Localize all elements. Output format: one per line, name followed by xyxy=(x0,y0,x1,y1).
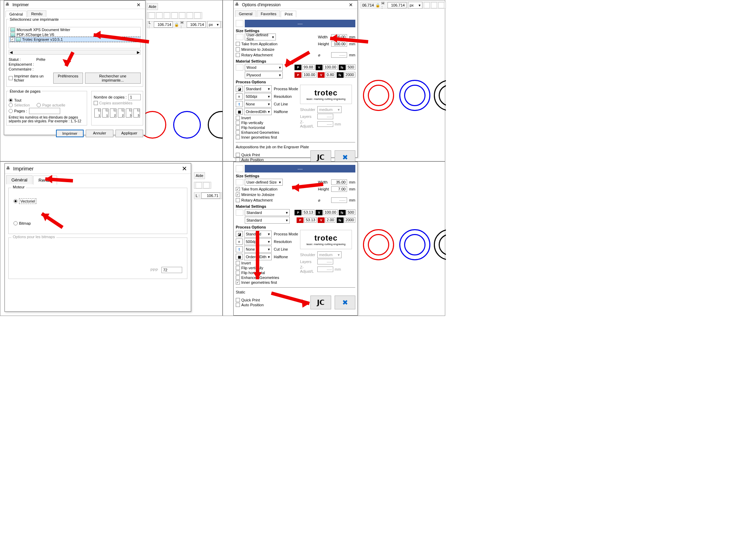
enhanced-check[interactable] xyxy=(236,130,240,134)
fliph-check[interactable] xyxy=(236,271,240,275)
aide-menu[interactable]: Aide xyxy=(149,4,156,9)
close-icon[interactable]: ✕ xyxy=(133,1,144,8)
tab-general[interactable]: Général xyxy=(6,11,27,17)
fliph-check[interactable] xyxy=(236,125,240,130)
enhanced-check[interactable] xyxy=(236,275,240,280)
printer-icon: 🖶 xyxy=(235,2,241,8)
min-job-check[interactable] xyxy=(236,47,240,52)
print-to-file-check[interactable] xyxy=(9,76,13,80)
range-current-radio[interactable] xyxy=(37,103,41,107)
material-icon xyxy=(236,209,243,216)
L-field[interactable] xyxy=(201,193,220,199)
tab-general[interactable]: Général xyxy=(6,175,32,184)
toolbar-btn[interactable] xyxy=(424,2,430,8)
flipv-check[interactable] xyxy=(236,121,240,125)
ppp-label: PPP xyxy=(150,268,158,272)
resolution-select[interactable]: 500dpi xyxy=(244,93,272,100)
material-sub-select[interactable]: Standard xyxy=(245,217,290,224)
close-icon[interactable]: ✕ xyxy=(346,1,356,8)
L-field[interactable] xyxy=(154,21,173,28)
lock-icon[interactable]: 🔒 xyxy=(174,22,179,27)
aide-menu[interactable]: Aide xyxy=(196,174,203,178)
toolbar-btn[interactable] xyxy=(179,12,185,19)
auto-pos-check[interactable] xyxy=(236,303,240,307)
L-label: L : xyxy=(196,194,200,198)
dialog-title: Options d'impression xyxy=(242,2,346,7)
take-from-app-check[interactable] xyxy=(236,42,240,46)
proc-icon: ◪ xyxy=(236,231,243,237)
bitmap-radio[interactable] xyxy=(13,221,18,225)
range-pages-radio[interactable] xyxy=(9,109,13,113)
toolbar-btn[interactable] xyxy=(171,12,178,19)
rotary-check[interactable] xyxy=(236,198,240,202)
circle-blue-inner xyxy=(404,85,426,106)
toolbar-btn[interactable] xyxy=(149,12,155,19)
tab-print[interactable]: Print xyxy=(281,11,296,17)
material-sub-select[interactable]: Plywood xyxy=(245,72,283,78)
svg-marker-9 xyxy=(45,175,52,183)
size-select[interactable]: User-defined Size xyxy=(245,34,276,40)
invert-check[interactable] xyxy=(236,116,240,120)
proc-icon: ◪ xyxy=(236,86,243,92)
float-icon[interactable] xyxy=(236,165,243,172)
invert-check[interactable] xyxy=(236,261,240,265)
toolbar-btn[interactable] xyxy=(156,12,162,19)
halftone-select[interactable]: OrderedDith xyxy=(244,108,272,115)
size-select[interactable]: User-defined Size xyxy=(245,179,283,186)
float-icon[interactable] xyxy=(236,20,243,27)
unit-select[interactable]: px xyxy=(408,2,422,9)
toolbar-btn[interactable] xyxy=(431,2,437,8)
min-job-check[interactable] xyxy=(236,193,240,197)
collate-icon: 1 xyxy=(102,109,109,118)
blue-header-bar: ---- xyxy=(245,165,355,172)
toolbar-btn[interactable] xyxy=(187,12,193,19)
toolbar-btn[interactable] xyxy=(196,182,202,188)
toolbar-btn[interactable] xyxy=(438,2,444,8)
H-field[interactable] xyxy=(388,2,407,8)
scroll-left-icon[interactable]: ◀ xyxy=(10,50,12,55)
print-button[interactable]: Imprimer xyxy=(56,130,84,137)
range-selection-radio[interactable] xyxy=(9,103,13,107)
svg-marker-1 xyxy=(94,31,101,39)
material-top-select[interactable]: Standard xyxy=(245,209,290,216)
halftone-icon: ▦ xyxy=(236,254,243,260)
H-field[interactable] xyxy=(187,21,206,28)
ppp-input xyxy=(161,267,182,273)
rotary-check[interactable] xyxy=(236,53,240,57)
toolbar-btn[interactable] xyxy=(203,182,209,188)
unit-select[interactable]: px xyxy=(207,21,221,28)
size-icon xyxy=(236,179,243,185)
vector-radio[interactable] xyxy=(13,199,18,203)
toolbar-btn[interactable] xyxy=(194,12,200,19)
tab-general[interactable]: General xyxy=(235,10,256,17)
inner-check[interactable] xyxy=(236,280,240,284)
select-printer-label: Sélectionnez une imprimante xyxy=(9,17,60,21)
cancel-button[interactable]: Annuler xyxy=(86,130,113,137)
toolbar-btn[interactable] xyxy=(446,2,446,8)
toolbar-btn[interactable] xyxy=(164,12,170,19)
lock-icon[interactable]: 🔒 xyxy=(375,3,380,8)
svg-marker-5 xyxy=(330,34,337,43)
circle-blue-inner xyxy=(404,234,426,255)
halftone-icon: ▦ xyxy=(236,109,243,115)
take-from-app-check[interactable] xyxy=(236,187,240,191)
svg-line-0 xyxy=(94,35,149,42)
collate-icon: 3 xyxy=(126,109,132,118)
close-icon[interactable]: ✕ xyxy=(179,165,189,172)
quick-print-check[interactable] xyxy=(236,153,240,157)
pages-input[interactable] xyxy=(29,108,60,114)
cutline-select[interactable]: None xyxy=(244,101,272,108)
printer-icon xyxy=(10,32,15,37)
flipv-check[interactable] xyxy=(236,266,240,270)
tab-favorites[interactable]: Favorites xyxy=(257,10,280,17)
collate-check[interactable] xyxy=(94,101,98,105)
quick-print-check[interactable] xyxy=(236,298,240,302)
material-top-select[interactable]: Wood xyxy=(245,64,283,71)
range-all-radio[interactable] xyxy=(9,98,13,102)
apply-button[interactable]: Appliquer xyxy=(115,130,143,137)
svg-marker-17 xyxy=(302,299,309,308)
inner-check[interactable] xyxy=(236,135,240,139)
process-mode-select[interactable]: Standard xyxy=(244,85,272,92)
tab-rendu[interactable]: Rendu xyxy=(27,10,46,17)
size-settings-label: Size Settings xyxy=(236,174,355,178)
